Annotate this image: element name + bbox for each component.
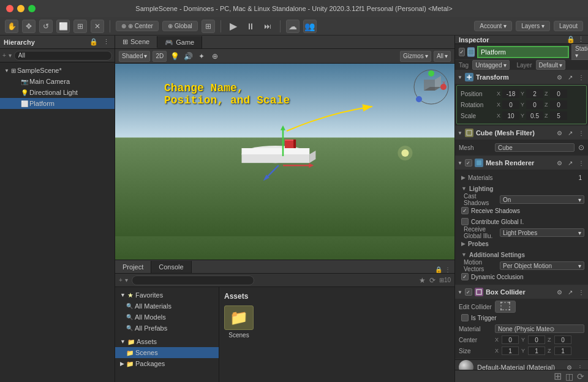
- all-toggle[interactable]: All ▾: [434, 51, 451, 62]
- motion-vectors-dropdown[interactable]: Per Object Motion ▾: [500, 261, 584, 270]
- meshfilter-settings-btn[interactable]: ⚙: [555, 129, 564, 137]
- size-y-input[interactable]: [528, 346, 545, 355]
- scale-tool[interactable]: ⬜: [56, 20, 70, 33]
- pos-x-input[interactable]: [502, 89, 519, 98]
- meshfilter-ref-btn[interactable]: ↗: [566, 129, 575, 137]
- rot-x-input[interactable]: [502, 100, 519, 109]
- refresh-icon[interactable]: ⟳: [429, 276, 435, 285]
- sca-x-input[interactable]: [502, 111, 519, 120]
- meshrenderer-settings-btn[interactable]: ⚙: [555, 159, 564, 167]
- all-materials-item[interactable]: 🔍 All Materials: [115, 301, 219, 312]
- packages-group[interactable]: ▶ 📁 Packages: [115, 358, 219, 369]
- object-name-input[interactable]: [477, 46, 569, 58]
- lighting-toggle[interactable]: 💡: [169, 51, 180, 62]
- cast-shadows-dropdown[interactable]: On ▾: [500, 195, 584, 204]
- meshfilter-more-btn[interactable]: ⋮: [577, 129, 586, 137]
- layers-button[interactable]: Layers ▾: [516, 21, 550, 31]
- gizmos-dropdown[interactable]: Gizmos ▾: [400, 51, 431, 62]
- rotate-tool[interactable]: ↺: [39, 20, 53, 33]
- game-tab[interactable]: 🎮 Game: [157, 36, 202, 48]
- sca-y-input[interactable]: [526, 111, 543, 120]
- box-collider-header[interactable]: ▼ ✓ Box Collider ⚙ ↗ ⋮: [455, 285, 588, 299]
- transform-settings-btn[interactable]: ⚙: [555, 73, 564, 81]
- scene-more[interactable]: ⊕: [209, 51, 221, 62]
- scenes-asset[interactable]: 📁 Scenes: [224, 305, 254, 339]
- boxcollider-settings-btn[interactable]: ⚙: [555, 288, 564, 296]
- tag-dropdown[interactable]: Untagged ▾: [472, 60, 509, 70]
- hier-sample-scene[interactable]: ▼ ⊞ SampleScene*: [0, 65, 115, 76]
- project-tab[interactable]: Project: [115, 261, 151, 273]
- probes-section[interactable]: ▶ Probes: [459, 238, 584, 249]
- effects-toggle[interactable]: ✦: [196, 51, 207, 62]
- hier-platform[interactable]: ⬜ Platform: [0, 98, 115, 109]
- rect-tool[interactable]: ⊞: [74, 20, 87, 33]
- layer-dropdown[interactable]: Default ▾: [536, 60, 566, 70]
- is-trigger-checkbox[interactable]: [461, 314, 469, 321]
- sca-z-input[interactable]: [550, 111, 567, 120]
- favorites-icon[interactable]: ★: [419, 276, 426, 285]
- meshrenderer-ref-btn[interactable]: ↗: [566, 159, 575, 167]
- layout-button[interactable]: Layout: [554, 21, 583, 31]
- move-tool[interactable]: ✥: [22, 20, 36, 33]
- boxcollider-enabled[interactable]: ✓: [465, 288, 472, 296]
- transform-more-btn[interactable]: ⋮: [577, 73, 586, 81]
- pause-button[interactable]: ⏸: [244, 20, 257, 33]
- hier-more-btn[interactable]: ▾: [9, 52, 12, 59]
- meshrenderer-enabled[interactable]: ✓: [465, 159, 472, 167]
- boxcollider-ref-btn[interactable]: ↗: [566, 288, 575, 296]
- mesh-value[interactable]: Cube: [495, 143, 575, 152]
- rot-y-input[interactable]: [526, 100, 543, 109]
- asset-search-input[interactable]: [132, 275, 254, 285]
- transform-tool[interactable]: ✕: [91, 20, 104, 33]
- materials-section[interactable]: ▶ Materials 1: [459, 172, 584, 183]
- scene-tab[interactable]: ⊞ Scene: [115, 36, 157, 48]
- grid-button[interactable]: ⊞: [202, 20, 215, 33]
- hand-tool[interactable]: ✋: [5, 20, 18, 33]
- all-prefabs-item[interactable]: 🔍 All Prefabs: [115, 323, 219, 334]
- pos-z-input[interactable]: [550, 89, 567, 98]
- play-button[interactable]: ▶: [227, 20, 240, 33]
- transform-ref-btn[interactable]: ↗: [566, 73, 575, 81]
- scene-viewport[interactable]: Change Name, Position, and Scale: [115, 64, 454, 260]
- all-models-item[interactable]: 🔍 All Models: [115, 312, 219, 323]
- asset-more-btn[interactable]: ▾: [125, 277, 128, 283]
- center-x-input[interactable]: [502, 335, 519, 344]
- rot-z-input[interactable]: [550, 100, 567, 109]
- maximize-button[interactable]: [28, 5, 36, 12]
- console-tab[interactable]: Console: [151, 261, 191, 273]
- minimize-button[interactable]: [17, 5, 24, 12]
- transform-header[interactable]: ▼ Transform ⚙ ↗ ⋮: [455, 70, 588, 84]
- size-x-input[interactable]: [502, 346, 519, 355]
- hier-main-camera[interactable]: 📷 Main Camera: [0, 76, 115, 87]
- center-z-input[interactable]: [554, 335, 571, 344]
- hierarchy-more[interactable]: ⋮: [101, 37, 111, 47]
- static-dropdown[interactable]: Static ▾: [571, 44, 588, 60]
- step-button[interactable]: ⏭: [261, 20, 274, 33]
- pos-y-input[interactable]: [526, 89, 543, 98]
- close-button[interactable]: [6, 5, 13, 12]
- receive-gi-dropdown[interactable]: Light Probes ▾: [500, 228, 584, 237]
- center-button[interactable]: ⊕ ⊕ Center: [116, 21, 159, 31]
- hier-directional-light[interactable]: 💡 Directional Light: [0, 87, 115, 98]
- hierarchy-lock[interactable]: 🔒: [89, 37, 99, 47]
- collider-material-value[interactable]: None (Physic Mate⊙: [495, 324, 584, 333]
- edit-collider-btn[interactable]: [495, 301, 516, 313]
- global-button[interactable]: ⊕ Global: [162, 21, 198, 31]
- favorites-group[interactable]: ▼ ★ Favorites: [115, 290, 219, 301]
- assets-group[interactable]: ▼ 📁 Assets: [115, 336, 219, 347]
- meshrenderer-more-btn[interactable]: ⋮: [577, 159, 586, 167]
- contribute-gi-checkbox[interactable]: [461, 218, 469, 225]
- center-y-input[interactable]: [528, 335, 545, 344]
- 2d-toggle[interactable]: 2D: [153, 51, 167, 62]
- inspector-more[interactable]: ⋮: [578, 36, 584, 43]
- mesh-renderer-header[interactable]: ▼ ✓ Mesh Renderer ⚙ ↗ ⋮: [455, 156, 588, 170]
- mesh-target-btn[interactable]: ⊙: [578, 143, 584, 152]
- collab-button[interactable]: 👥: [303, 20, 317, 33]
- cloud-button[interactable]: ☁: [286, 20, 300, 33]
- scenes-folder[interactable]: 📁 Scenes: [115, 347, 219, 358]
- inspector-lock[interactable]: 🔒: [567, 36, 575, 43]
- object-enabled-checkbox[interactable]: ✓: [459, 48, 465, 56]
- dynamic-occlusion-checkbox[interactable]: ✓: [461, 273, 469, 280]
- add-hier-btn[interactable]: +: [2, 52, 6, 59]
- audio-toggle[interactable]: 🔊: [183, 51, 194, 62]
